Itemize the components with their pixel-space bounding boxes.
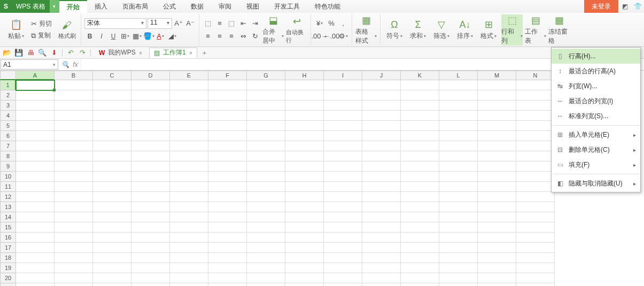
redo-icon[interactable]: ↷ — [77, 49, 87, 57]
cell[interactable] — [516, 233, 555, 243]
tab-data[interactable]: 数据 — [183, 0, 211, 13]
menu-item[interactable]: ⊞插入单元格(E)▸ — [552, 127, 640, 142]
cell[interactable] — [478, 202, 516, 212]
new-tab-button[interactable]: ＋ — [199, 48, 209, 58]
cell[interactable] — [208, 233, 247, 243]
cell[interactable] — [285, 222, 324, 233]
cell[interactable] — [285, 101, 324, 111]
orientation-button[interactable]: ↻ — [250, 31, 260, 42]
cell[interactable] — [55, 243, 93, 253]
cell[interactable] — [131, 273, 170, 283]
cell[interactable] — [170, 121, 208, 131]
cell[interactable] — [478, 192, 516, 202]
cell[interactable] — [478, 283, 516, 286]
cell[interactable] — [16, 161, 55, 172]
cell[interactable] — [131, 151, 170, 161]
cell[interactable] — [516, 212, 555, 222]
cell[interactable] — [247, 141, 285, 151]
cell[interactable] — [93, 243, 131, 253]
cell[interactable] — [401, 273, 439, 283]
row-header[interactable]: 14 — [0, 212, 16, 222]
cell[interactable] — [516, 131, 555, 141]
cell[interactable] — [439, 283, 478, 286]
cell[interactable] — [324, 182, 362, 192]
cell[interactable] — [516, 111, 555, 121]
cell[interactable] — [478, 172, 516, 182]
undo-icon[interactable]: ↶ — [66, 49, 75, 57]
cell[interactable] — [16, 172, 55, 182]
cell[interactable] — [16, 121, 55, 131]
cell[interactable] — [16, 151, 55, 161]
open-icon[interactable]: 📂 — [2, 49, 12, 57]
cell[interactable] — [55, 253, 93, 263]
cell[interactable] — [401, 131, 439, 141]
cell[interactable] — [362, 253, 401, 263]
cell[interactable] — [55, 202, 93, 212]
cell[interactable] — [170, 101, 208, 111]
cell[interactable] — [516, 273, 555, 283]
cell[interactable] — [131, 141, 170, 151]
cell[interactable] — [208, 90, 247, 101]
cell[interactable] — [131, 243, 170, 253]
cell[interactable] — [93, 90, 131, 101]
cell[interactable] — [401, 90, 439, 101]
cell[interactable] — [208, 273, 247, 283]
menu-item[interactable]: ◧隐藏与取消隐藏(U)▸ — [552, 176, 640, 191]
cell[interactable] — [362, 212, 401, 222]
cell[interactable] — [362, 131, 401, 141]
cell[interactable] — [516, 192, 555, 202]
cell[interactable] — [55, 172, 93, 182]
cell[interactable] — [324, 283, 362, 286]
cell[interactable] — [170, 192, 208, 202]
save-icon[interactable]: 💾 — [14, 49, 24, 57]
cell[interactable] — [208, 131, 247, 141]
cell[interactable] — [285, 212, 324, 222]
menu-item[interactable]: ↔最适合的列宽(I) — [552, 94, 640, 109]
cell[interactable] — [170, 141, 208, 151]
cell[interactable] — [170, 151, 208, 161]
cell[interactable] — [131, 90, 170, 101]
cell[interactable] — [516, 243, 555, 253]
underline-button[interactable]: U — [108, 31, 119, 42]
cell[interactable] — [16, 233, 55, 243]
cell[interactable] — [324, 161, 362, 172]
cell[interactable] — [16, 192, 55, 202]
cell[interactable] — [362, 273, 401, 283]
cell[interactable] — [93, 212, 131, 222]
cell[interactable] — [324, 263, 362, 273]
cell[interactable] — [170, 222, 208, 233]
row-header[interactable]: 6 — [0, 131, 16, 141]
cell[interactable] — [401, 80, 439, 90]
col-header[interactable]: F — [208, 71, 247, 80]
cell[interactable] — [362, 172, 401, 182]
cell[interactable] — [16, 202, 55, 212]
menu-item[interactable]: ▯行高(H)... — [552, 49, 640, 64]
cell[interactable] — [208, 172, 247, 182]
cell[interactable] — [324, 90, 362, 101]
cell[interactable] — [208, 222, 247, 233]
cell[interactable] — [478, 141, 516, 151]
cell[interactable] — [131, 172, 170, 182]
cell[interactable] — [55, 90, 93, 101]
italic-button[interactable]: I — [96, 31, 107, 42]
cell[interactable] — [478, 253, 516, 263]
menu-item[interactable]: ⊟删除单元格(C)▸ — [552, 142, 640, 157]
mywps-tab[interactable]: W 我的WPS × — [94, 48, 147, 58]
cell[interactable] — [362, 222, 401, 233]
cell[interactable] — [478, 243, 516, 253]
cell[interactable] — [439, 80, 478, 90]
cell[interactable] — [170, 172, 208, 182]
cell[interactable] — [55, 222, 93, 233]
symbol-button[interactable]: Ω符号▾ — [384, 14, 405, 45]
cell[interactable] — [401, 141, 439, 151]
cell[interactable] — [55, 161, 93, 172]
decrease-decimal-button[interactable]: ←.00 — [326, 31, 337, 42]
cell[interactable] — [208, 101, 247, 111]
print-preview-icon[interactable]: 🔍 — [37, 49, 47, 57]
cell[interactable] — [93, 151, 131, 161]
cell[interactable] — [362, 192, 401, 202]
cell[interactable] — [208, 253, 247, 263]
cell[interactable] — [516, 253, 555, 263]
cell[interactable] — [170, 283, 208, 286]
cell[interactable] — [285, 172, 324, 182]
